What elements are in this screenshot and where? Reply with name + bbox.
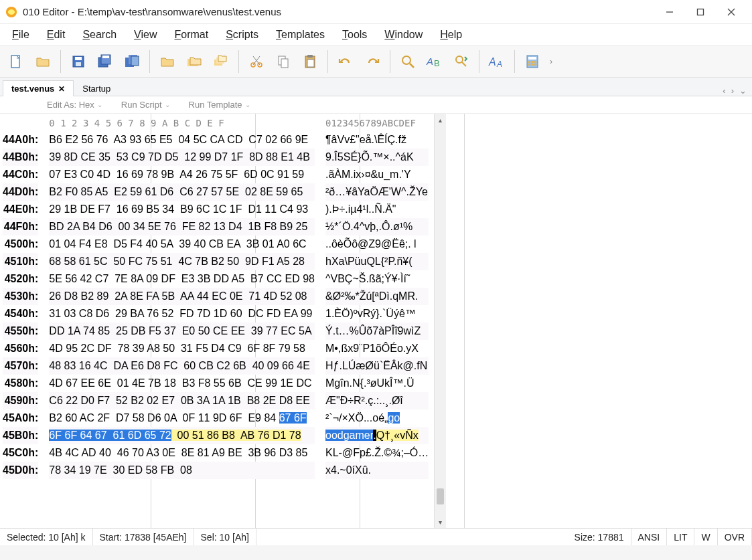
- addr-cell: 44C0h:: [3, 166, 38, 183]
- menu-view[interactable]: View: [134, 29, 157, 41]
- hex-row[interactable]: 6F 6F 64 67 61 6D 65 72 00 51 86 B8 AB 7…: [49, 427, 315, 444]
- hex-row[interactable]: BD 2A B4 D6 00 34 5E 76 FE 82 13 D4 1B F…: [49, 218, 315, 236]
- tab-test-venus[interactable]: test.venus✕: [3, 80, 74, 96]
- hex-row[interactable]: 78 34 19 7E 30 ED 58 FB 08: [49, 462, 315, 479]
- hex-row[interactable]: 07 E3 C0 4D 16 69 78 9B A4 26 75 5F 6D 0…: [49, 166, 315, 183]
- menu-help[interactable]: Help: [440, 29, 462, 41]
- status-sel: Sel: 10 [Ah]: [194, 529, 256, 545]
- find-button[interactable]: [396, 50, 420, 74]
- open-file-button[interactable]: [31, 50, 55, 74]
- cut-button[interactable]: [244, 50, 269, 74]
- scroll-up-button[interactable]: ▴: [435, 114, 446, 126]
- tab-label: test.venus: [11, 84, 54, 94]
- hex-row[interactable]: 39 8D CE 35 53 C9 7D D5 12 99 D7 1F 8D 8…: [49, 149, 315, 166]
- menu-search[interactable]: Search: [82, 29, 117, 41]
- hex-row[interactable]: DD 1A 74 85 25 DB F5 37 E0 50 CE EE 39 7…: [49, 322, 315, 340]
- scroll-thumb[interactable]: [437, 488, 444, 504]
- hex-row[interactable]: 01 04 F4 E8 D5 F4 40 5A 39 40 CB EA 3B 0…: [49, 236, 315, 253]
- toolbar-overflow-icon[interactable]: ›: [550, 57, 552, 66]
- maximize-button[interactable]: [685, 0, 716, 24]
- ascii-row[interactable]: 1.ÈÖ)ºvRý}.`Üýê™: [325, 305, 429, 322]
- hex-column[interactable]: 0 1 2 3 4 5 6 7 8 9 A B C D E F B6 E2 56…: [44, 114, 320, 528]
- save-as-button[interactable]: [93, 50, 117, 74]
- hex-row[interactable]: 26 D8 B2 89 2A 8E FA 5B AA 44 EC 0E 71 4…: [49, 288, 315, 305]
- minimize-button[interactable]: [654, 0, 685, 24]
- ascii-row[interactable]: ¶âVv£"eå.\ÊÍÇ.fž: [325, 131, 429, 149]
- ascii-row[interactable]: Ý.t…%Ûõ7àPÎî9wìZ: [325, 322, 429, 340]
- close-icon[interactable]: ✕: [58, 84, 65, 94]
- close-button[interactable]: [716, 0, 747, 24]
- ascii-row[interactable]: Mgîn.N{.³øUkÎ™.Ü: [325, 375, 429, 392]
- ascii-row[interactable]: Æ"Ð÷R².ç.:..¸.Øî: [325, 392, 429, 409]
- ascii-row[interactable]: ^VBÇ~Š.ßã;Ý¥·Ìí˜: [325, 270, 429, 288]
- save-button[interactable]: [66, 50, 90, 74]
- vertical-scrollbar[interactable]: ▴ ▾: [434, 114, 446, 528]
- hex-row[interactable]: 48 83 16 4C DA E6 D8 FC 60 CB C2 6B 40 0…: [49, 357, 315, 375]
- ascii-row[interactable]: KL-@Fp£.Ž.©¾;–Ó…: [325, 444, 429, 462]
- new-file-button[interactable]: [4, 50, 28, 74]
- replace-button[interactable]: [449, 50, 473, 74]
- ascii-row[interactable]: M•,ßx9¨P1õÔÉo.yX: [325, 340, 429, 357]
- run-script-dropdown[interactable]: Run Script ⌄: [121, 100, 170, 110]
- copy-button[interactable]: [271, 50, 295, 74]
- hex-row[interactable]: 68 58 61 5C 50 FC 75 51 4C 7B B2 50 9D F…: [49, 253, 315, 270]
- status-endian[interactable]: LIT: [667, 529, 694, 545]
- ascii-row[interactable]: ²ð…¥âYaÖÆ'W^.ŽYe: [325, 183, 429, 201]
- status-encoding[interactable]: ANSI: [631, 529, 668, 545]
- menu-file[interactable]: File: [12, 29, 29, 41]
- menu-scripts[interactable]: Scripts: [226, 29, 258, 41]
- open-folder2-button[interactable]: [182, 50, 206, 74]
- redo-button[interactable]: [360, 50, 384, 74]
- hex-editor[interactable]: . 44A0h:44B0h:44C0h:44D0h:44E0h:44F0h:45…: [0, 114, 752, 528]
- title-bar: 010 Editor - E:\temp\av-test\ransomware\…: [0, 0, 752, 24]
- status-ovr[interactable]: OVR: [718, 529, 752, 545]
- ascii-row[interactable]: ½*´Ö.4^vþ,.Ô.ø¹%: [325, 218, 429, 236]
- hex-row[interactable]: 29 1B DE F7 16 69 B5 34 B9 6C 1C 1F D1 1…: [49, 201, 315, 218]
- svg-rect-37: [528, 64, 530, 66]
- menu-edit[interactable]: Edit: [47, 29, 66, 41]
- scroll-down-button[interactable]: ▾: [435, 516, 446, 528]
- open-folder-button[interactable]: [155, 50, 179, 74]
- ascii-row[interactable]: ²`¬/×XÖ...oé„go: [325, 409, 429, 427]
- edit-as-dropdown[interactable]: Edit As: Hex ⌄: [47, 100, 102, 110]
- hex-row[interactable]: 4D 95 2C DF 78 39 A8 50 31 F5 D4 C9 6F 8…: [49, 340, 315, 357]
- ascii-row[interactable]: oodgamer.Q†¸«vÑx: [325, 427, 429, 444]
- hex-row[interactable]: B6 E2 56 76 A3 93 65 E5 04 5C CA CD C7 0…: [49, 131, 315, 149]
- hex-row[interactable]: 31 03 C8 D6 29 BA 76 52 FD 7D 1D 60 DC F…: [49, 305, 315, 322]
- ascii-row[interactable]: x4.~0íXû.: [325, 462, 429, 479]
- paste-button[interactable]: [298, 50, 322, 74]
- tab-dropdown[interactable]: ⌄: [737, 86, 749, 96]
- tab-startup[interactable]: Startup: [74, 80, 119, 96]
- ascii-column[interactable]: 0123456789ABCDEF ¶âVv£"eå.\ÊÍÇ.fž9.Î5SÉ}…: [320, 114, 434, 528]
- menu-bar: FileEditSearchViewFormatScriptsTemplates…: [0, 24, 752, 45]
- find-text-button[interactable]: AB: [423, 50, 447, 74]
- status-size: Size: 17881: [568, 529, 631, 545]
- ascii-row[interactable]: ..ôèÕô@Z9@Ëê;. l: [325, 236, 429, 253]
- run-template-dropdown[interactable]: Run Template ⌄: [189, 100, 250, 110]
- hex-row[interactable]: 4D 67 EE 6E 01 4E 7B 18 B3 F8 55 6B CE 9…: [49, 375, 315, 392]
- ascii-row[interactable]: ).Þ÷.iµ4¹l..Ñ.Ä": [325, 201, 429, 218]
- font-button[interactable]: AA: [485, 50, 509, 74]
- hex-row[interactable]: C6 22 D0 F7 52 B2 02 E7 0B 3A 1A 1B B8 2…: [49, 392, 315, 409]
- status-selected: Selected: 10 [Ah] k: [0, 529, 93, 545]
- tab-nav-prev[interactable]: ‹: [720, 86, 728, 96]
- menu-templates[interactable]: Templates: [276, 29, 325, 41]
- ascii-row[interactable]: Hƒ.LÚæØü`ËÂk@.fN: [325, 357, 429, 375]
- save-all-button[interactable]: [120, 50, 144, 74]
- menu-window[interactable]: Window: [384, 29, 423, 41]
- tab-nav-next[interactable]: ›: [729, 86, 737, 96]
- hex-row[interactable]: 5E 56 42 C7 7E 8A 09 DF E3 3B DD A5 B7 C…: [49, 270, 315, 288]
- hex-row[interactable]: B2 60 AC 2F D7 58 D6 0A 0F 11 9D 6F E9 8…: [49, 409, 315, 427]
- ascii-row[interactable]: &Ø²‰*Žú[ªDì.qMR.: [325, 288, 429, 305]
- menu-tools[interactable]: Tools: [342, 29, 367, 41]
- calculator-button[interactable]: [520, 50, 544, 74]
- ascii-row[interactable]: .ãÀM.ix›¤&u_m.'Y: [325, 166, 429, 183]
- ascii-row[interactable]: hXa\PüuQL{²P.ñ¥(: [325, 253, 429, 270]
- hex-row[interactable]: 4B 4C AD 40 46 70 A3 0E 8E 81 A9 BE 3B 9…: [49, 444, 315, 462]
- menu-format[interactable]: Format: [174, 29, 208, 41]
- status-w[interactable]: W: [694, 529, 717, 545]
- ascii-row[interactable]: 9.Î5SÉ}Õ.™×..^áK: [325, 149, 429, 166]
- open-folder3-button[interactable]: [209, 50, 233, 74]
- undo-button[interactable]: [333, 50, 358, 74]
- hex-row[interactable]: B2 F0 85 A5 E2 59 61 D6 C6 27 57 5E 02 8…: [49, 183, 315, 201]
